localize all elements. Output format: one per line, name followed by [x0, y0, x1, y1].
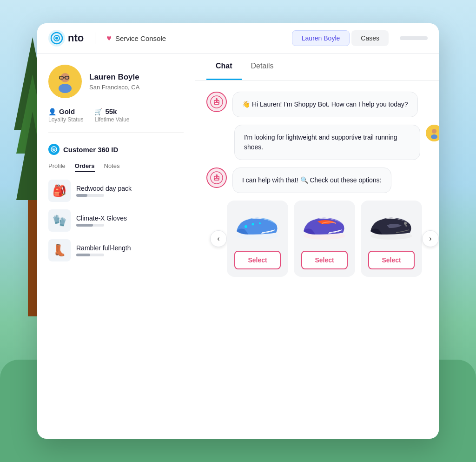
- order-list: 🎒 Redwood day pack 🧤 Climate-X Gloves: [48, 180, 184, 261]
- svg-rect-32: [216, 174, 218, 176]
- select-btn-2[interactable]: Select: [301, 251, 348, 269]
- order-bar-1: [76, 194, 104, 197]
- message-row-2: I'm looking for lightweight and supporti…: [206, 125, 439, 160]
- chat-tab-chat[interactable]: Chat: [206, 54, 242, 80]
- order-name-3: Rambler full-length: [76, 244, 131, 252]
- order-thumb-2: 🧤: [48, 209, 71, 232]
- svg-point-35: [252, 223, 254, 226]
- svg-point-40: [405, 225, 407, 227]
- loyalty-value: Gold: [59, 107, 75, 115]
- svg-point-19: [215, 101, 216, 102]
- message-row-3: I can help with that! 🔍 Check out these …: [206, 167, 439, 193]
- svg-point-20: [218, 101, 219, 102]
- service-label: Service Console: [115, 34, 166, 42]
- order-info-1: Redwood day pack: [76, 185, 132, 197]
- order-item-1: 🎒 Redwood day pack: [48, 180, 184, 202]
- user-header: Lauren Boyle San Francisco, CA: [48, 65, 184, 98]
- loyalty-top: 👤 Gold: [48, 107, 83, 115]
- svg-point-26: [431, 134, 437, 139]
- order-name-1: Redwood day pack: [76, 185, 132, 192]
- ltv-stat: 🛒 55k Lifetime Value: [94, 107, 129, 123]
- ltv-value: 55k: [105, 107, 117, 115]
- message-bubble-1: 👋 Hi Lauren! I'm Shoppy Bot. How can I h…: [232, 92, 418, 117]
- sidebar: Lauren Boyle San Francisco, CA 👤 Gold Lo…: [37, 54, 195, 437]
- tab-orders[interactable]: Orders: [75, 162, 95, 172]
- order-bar-fill-3: [76, 254, 90, 256]
- order-thumb-1: 🎒: [48, 180, 71, 202]
- chat-messages: 👋 Hi Lauren! I'm Shoppy Bot. How can I h…: [195, 80, 439, 437]
- svg-point-7: [55, 37, 58, 40]
- order-bar-3: [76, 254, 104, 256]
- message-bubble-3: I can help with that! 🔍 Check out these …: [232, 167, 391, 193]
- svg-rect-18: [214, 100, 219, 105]
- svg-point-36: [259, 222, 261, 224]
- order-info-3: Rambler full-length: [76, 244, 131, 256]
- user-avatar-small: [426, 125, 439, 141]
- user-location: San Francisco, CA: [89, 84, 139, 91]
- select-btn-3[interactable]: Select: [368, 251, 415, 269]
- tab-profile[interactable]: Profile: [48, 162, 66, 172]
- svg-point-29: [215, 177, 216, 178]
- message-row-1: 👋 Hi Lauren! I'm Shoppy Bot. How can I h…: [206, 92, 439, 117]
- message-text-2: I'm looking for lightweight and supporti…: [244, 134, 397, 151]
- select-btn-1[interactable]: Select: [234, 251, 281, 269]
- svg-point-30: [218, 177, 219, 178]
- svg-point-10: [59, 84, 72, 93]
- logo-icon: [48, 30, 65, 47]
- next-arrow[interactable]: ›: [422, 230, 439, 247]
- nav-bar: nto ♥ Service Console Lauren Boyle Cases: [37, 23, 439, 54]
- order-thumb-3: 👢: [48, 239, 71, 261]
- shoe-svg-2: [301, 210, 348, 243]
- shoe-cards-row: ‹: [206, 201, 439, 277]
- nav-scroll-bar: [400, 36, 428, 40]
- sub-tabs: Profile Orders Notes: [48, 162, 184, 172]
- order-item-3: 👢 Rambler full-length: [48, 239, 184, 261]
- browser-card: nto ♥ Service Console Lauren Boyle Cases: [37, 23, 439, 439]
- svg-point-23: [216, 98, 218, 100]
- logo-area: nto: [48, 30, 84, 47]
- ltv-label: Lifetime Value: [94, 116, 129, 123]
- shoe-svg-1: [234, 210, 281, 243]
- order-info-2: Climate-X Gloves: [76, 214, 127, 227]
- shoe-card-3: Select: [361, 201, 422, 277]
- svg-point-34: [245, 225, 247, 228]
- logo-text: nto: [68, 32, 84, 44]
- user-icon: 👤: [48, 108, 56, 115]
- c360-svg: [50, 146, 58, 153]
- user-info: Lauren Boyle San Francisco, CA: [89, 73, 139, 91]
- shoe-img-1: [234, 208, 281, 245]
- svg-point-16: [53, 149, 55, 150]
- svg-point-25: [432, 129, 436, 134]
- heart-icon: ♥: [106, 33, 112, 43]
- user-icon-small: [428, 127, 439, 140]
- bot-icon-1: [210, 95, 223, 108]
- nav-service: ♥ Service Console: [106, 33, 166, 43]
- svg-rect-31: [215, 179, 218, 180]
- chat-panel: Chat Details: [195, 54, 439, 437]
- bot-avatar-1: [206, 92, 227, 112]
- nav-divider: [95, 33, 95, 44]
- ltv-top: 🛒 55k: [94, 107, 129, 115]
- shoe-cards: Select: [227, 201, 422, 277]
- order-name-2: Climate-X Gloves: [76, 214, 127, 222]
- tab-cases[interactable]: Cases: [351, 30, 389, 46]
- c360-icon: [48, 144, 60, 155]
- bot-avatar-2: [206, 167, 227, 188]
- shoe-svg-3: [368, 210, 415, 243]
- tab-lauren[interactable]: Lauren Boyle: [292, 30, 350, 46]
- shoe-card-1: Select: [227, 201, 288, 277]
- prev-arrow[interactable]: ‹: [210, 230, 227, 247]
- chat-tab-details[interactable]: Details: [242, 54, 283, 80]
- tab-notes[interactable]: Notes: [104, 162, 120, 172]
- main-layout: Lauren Boyle San Francisco, CA 👤 Gold Lo…: [37, 54, 439, 437]
- order-item-2: 🧤 Climate-X Gloves: [48, 209, 184, 232]
- nav-tabs: Lauren Boyle Cases: [292, 30, 389, 46]
- svg-rect-28: [214, 176, 219, 181]
- shoe-img-2: [301, 208, 348, 245]
- cart-icon: 🛒: [94, 108, 102, 115]
- avatar: [48, 65, 82, 98]
- bot-icon-2: [210, 171, 223, 184]
- svg-rect-21: [215, 103, 218, 104]
- loyalty-stat: 👤 Gold Loyalty Status: [48, 107, 83, 123]
- chat-tabs: Chat Details: [195, 54, 439, 80]
